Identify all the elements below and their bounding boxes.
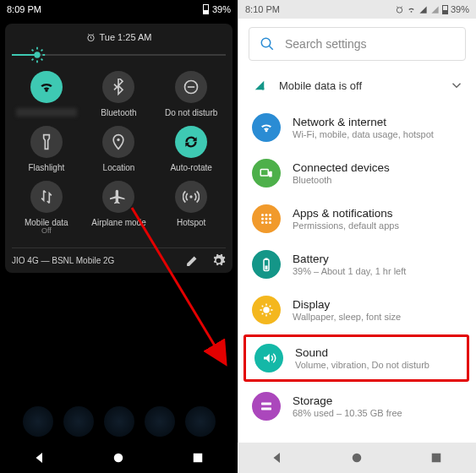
svg-point-4	[189, 195, 192, 198]
item-title: Network & internet	[293, 116, 462, 128]
wifi-icon	[407, 5, 416, 14]
item-subtitle: 39% – About 1 day, 1 hr left	[293, 266, 462, 276]
qs-tile-mobile-data[interactable]: Mobile dataOff	[12, 181, 81, 236]
svg-rect-28	[432, 454, 441, 463]
svg-point-19	[265, 221, 268, 224]
qs-tile-airplane-mode[interactable]: Airplane mode	[85, 181, 154, 236]
status-time: 8:09 PM	[7, 4, 41, 14]
svg-point-18	[261, 221, 264, 224]
brightness-slider[interactable]	[12, 42, 226, 68]
item-subtitle: 68% used – 10.35 GB free	[293, 408, 462, 418]
navbar-right	[238, 443, 476, 473]
mobile-data-banner[interactable]: Mobile data is off	[238, 69, 476, 101]
wifi-icon	[252, 113, 281, 142]
tile-label: Hotspot	[177, 218, 205, 227]
svg-rect-11	[269, 171, 272, 177]
item-title: Battery	[293, 253, 462, 265]
settings-item-network-internet[interactable]: Network & internet Wi-Fi, mobile, data u…	[238, 105, 476, 150]
battery-icon	[442, 5, 448, 14]
item-title: Display	[293, 298, 462, 311]
item-title: Connected devices	[293, 161, 462, 174]
settings-item-storage[interactable]: Storage 68% used – 10.35 GB free	[238, 383, 476, 429]
recents-icon[interactable]	[190, 450, 205, 465]
svg-point-27	[353, 454, 362, 463]
home-icon[interactable]	[111, 450, 126, 465]
svg-point-6	[114, 454, 123, 463]
item-title: Sound	[295, 346, 458, 359]
svg-point-13	[265, 214, 268, 216]
svg-point-16	[265, 218, 268, 220]
battery-icon	[252, 250, 281, 279]
qs-tile-auto-rotate[interactable]: Auto-rotate	[156, 126, 226, 172]
status-battery: 39%	[212, 4, 231, 14]
settings-item-apps-notifications[interactable]: Apps & notifications Permissions, defaul…	[238, 196, 476, 242]
item-subtitle: Volume, vibration, Do not disturb	[295, 360, 458, 370]
signal-icon	[419, 5, 428, 14]
item-subtitle: Wallpaper, sleep, font size	[293, 312, 462, 322]
settings-item-display[interactable]: Display Wallpaper, sleep, font size	[238, 287, 476, 333]
tile-label: Flashlight	[28, 163, 64, 172]
svg-point-9	[261, 38, 271, 47]
apps-icon	[252, 204, 281, 233]
status-battery-r: 39%	[451, 4, 469, 14]
svg-point-17	[269, 218, 271, 220]
tile-label: Mobile dataOff	[25, 218, 68, 236]
svg-point-14	[269, 214, 271, 216]
item-title: Storage	[293, 394, 462, 407]
storage-icon	[252, 392, 281, 421]
gear-icon[interactable]	[211, 253, 226, 268]
svg-point-24	[263, 307, 270, 313]
brightness-icon	[28, 46, 47, 64]
display-icon	[252, 296, 281, 324]
carrier-text: JIO 4G — BSNL Mobile 2G	[12, 256, 114, 265]
svg-point-1	[35, 52, 41, 57]
svg-rect-26	[261, 408, 271, 410]
status-time-r: 8:10 PM	[245, 4, 280, 14]
tile-label: Bluetooth	[101, 108, 136, 117]
devices-icon	[252, 159, 281, 188]
settings-item-connected-devices[interactable]: Connected devices Bluetooth	[238, 150, 476, 196]
edit-icon[interactable]	[185, 253, 200, 268]
svg-point-3	[118, 139, 120, 141]
settings-item-sound[interactable]: Sound Volume, vibration, Do not disturb	[243, 334, 469, 382]
qs-tile-do-not-disturb[interactable]: Do not disturb	[156, 71, 226, 117]
item-subtitle: Bluetooth	[293, 175, 462, 185]
svg-rect-10	[260, 170, 268, 177]
svg-rect-22	[265, 258, 268, 260]
tile-label	[16, 108, 77, 117]
svg-point-12	[261, 214, 264, 216]
qs-tile-wifi[interactable]	[12, 71, 81, 117]
search-input[interactable]: Search settings	[249, 27, 466, 61]
settings-item-battery[interactable]: Battery 39% – About 1 day, 1 hr left	[238, 242, 476, 287]
svg-point-15	[261, 218, 264, 220]
search-icon	[260, 36, 275, 52]
alarm-icon	[86, 33, 96, 42]
battery-icon	[203, 4, 209, 14]
back-icon[interactable]	[270, 450, 285, 465]
status-bar-left: 8:09 PM 39%	[0, 0, 238, 19]
signal-off-icon	[254, 79, 265, 91]
qs-tile-hotspot[interactable]: Hotspot	[156, 181, 226, 236]
tile-label: Airplane mode	[91, 218, 145, 227]
qs-tile-flashlight[interactable]: Flashlight	[12, 126, 81, 172]
qs-tile-location[interactable]: Location	[85, 126, 154, 172]
tile-label: Do not disturb	[165, 108, 217, 117]
sound-icon	[254, 344, 283, 372]
alarm-icon	[395, 5, 404, 14]
search-placeholder: Search settings	[285, 37, 367, 51]
tile-label: Auto-rotate	[170, 163, 211, 172]
chevron-down-icon	[449, 78, 464, 93]
item-subtitle: Permissions, default apps	[293, 220, 462, 231]
quick-settings-panel: Tue 1:25 AM BluetoothDo not disturbFlash…	[5, 24, 233, 273]
back-icon[interactable]	[32, 450, 47, 465]
recents-icon[interactable]	[429, 450, 444, 465]
svg-rect-23	[265, 266, 268, 270]
qs-tile-bluetooth[interactable]: Bluetooth	[85, 71, 154, 117]
home-icon[interactable]	[349, 450, 364, 465]
svg-rect-7	[194, 454, 203, 463]
status-bar-right: 8:10 PM 39%	[238, 0, 476, 19]
dock	[0, 400, 238, 443]
panel-time: Tue 1:25 AM	[100, 32, 152, 42]
svg-point-20	[269, 221, 271, 224]
tile-label: Location	[103, 163, 135, 172]
